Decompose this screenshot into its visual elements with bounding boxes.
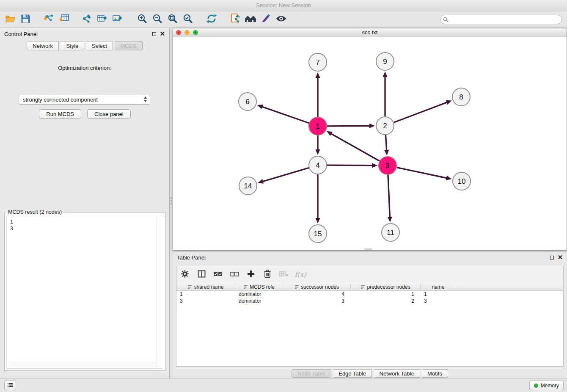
cell-name[interactable]: 1 (421, 291, 456, 298)
memory-button[interactable]: Memory (529, 381, 564, 390)
open-session-button[interactable] (3, 13, 18, 26)
close-window-button[interactable]: × (176, 30, 181, 35)
tab-motifs[interactable]: Motifs (422, 369, 448, 378)
minimize-window-button[interactable]: − (184, 30, 190, 35)
column-header-mcds-role[interactable]: MCDS role (235, 283, 283, 290)
float-panel-icon[interactable] (152, 32, 156, 36)
graph-edge-4-14[interactable] (262, 168, 309, 182)
mcds-result-text[interactable]: 1 3 (6, 216, 163, 369)
eye-icon (275, 15, 287, 24)
import-table-icon (59, 14, 70, 25)
paint-button[interactable] (258, 13, 273, 26)
result-vertical-scrollbar[interactable] (157, 217, 161, 367)
cell-predecessor-nodes[interactable]: 1 (351, 291, 421, 298)
tab-node-table[interactable]: Node Table (292, 369, 331, 378)
mcds-result-title: MCDS result (2 nodes) (6, 209, 63, 215)
column-label: successor nodes (301, 284, 339, 290)
optimization-criterion-dropdown[interactable]: strongly connected component (19, 95, 150, 105)
task-history-button[interactable] (4, 381, 16, 390)
refresh-arrows-icon (206, 13, 217, 26)
column-header-predecessor-nodes[interactable]: predecessor nodes (351, 283, 421, 290)
cell-successor-nodes[interactable]: 3 (283, 298, 351, 304)
network-window-titlebar[interactable]: × − + scc.txt (173, 28, 567, 37)
table-row[interactable]: 3 dominator 3 2 3 (176, 298, 563, 304)
export-image-button[interactable] (110, 13, 125, 26)
apply-layout-button[interactable] (204, 13, 219, 26)
import-table-button[interactable] (57, 13, 72, 26)
show-columns-button[interactable] (197, 270, 206, 279)
result-horizontal-scrollbar[interactable] (8, 362, 156, 367)
zoom-selected-button[interactable] (180, 13, 195, 26)
tab-style[interactable]: Style (61, 41, 84, 50)
eye-button[interactable] (273, 13, 289, 26)
cell-shared-name[interactable]: 1 (176, 291, 235, 298)
table-settings-button[interactable] (180, 270, 190, 279)
graph-node-label-4: 4 (316, 161, 319, 169)
close-panel-button[interactable]: Close panel (87, 109, 131, 119)
network-canvas[interactable]: 7968124314101511 (173, 37, 567, 250)
close-panel-icon[interactable]: ✕ (160, 32, 165, 36)
deselect-all-button[interactable] (230, 270, 239, 279)
export-image-icon (112, 14, 123, 25)
graph-edge-1-2[interactable] (327, 126, 370, 126)
graph-node-label-9: 9 (383, 58, 387, 66)
cell-mcds-role[interactable]: dominator (235, 291, 283, 298)
main-toolbar (0, 11, 567, 28)
import-network-button[interactable] (41, 13, 57, 26)
export-table-button[interactable] (95, 13, 110, 26)
column-header-successor-nodes[interactable]: successor nodes (283, 283, 351, 290)
delete-button[interactable] (263, 270, 272, 279)
graph-edge-2-3[interactable] (385, 135, 386, 151)
network-view-window: × − + scc.txt 7968124314101511 (173, 28, 567, 251)
graph-edge-2-8[interactable] (394, 102, 448, 122)
columns-icon (198, 270, 206, 279)
search-icon (443, 17, 449, 24)
zoom-out-button[interactable] (150, 13, 165, 26)
cell-name[interactable]: 3 (421, 298, 456, 304)
network-scroll-nub[interactable] (364, 248, 372, 250)
graph-edge-4-3[interactable] (327, 165, 373, 166)
cell-successor-nodes[interactable]: 4 (283, 291, 351, 298)
graph-edge-3-1[interactable] (330, 133, 379, 161)
network-window-title: scc.txt (362, 29, 378, 36)
zoom-window-button[interactable]: + (193, 30, 198, 35)
graph-edge-1-6[interactable] (261, 107, 309, 123)
memory-label: Memory (541, 383, 559, 389)
tab-select[interactable]: Select (86, 41, 113, 50)
tab-network-table[interactable]: Network Table (374, 369, 420, 378)
cell-mcds-role[interactable]: dominator (235, 298, 283, 304)
add-column-button[interactable] (246, 270, 256, 279)
tab-edge-table[interactable]: Edge Table (333, 369, 372, 378)
delete-table-button[interactable] (279, 270, 289, 279)
tab-mcds[interactable]: MCDS (115, 41, 142, 50)
tab-network[interactable]: Network (27, 41, 59, 50)
sort-icon (243, 285, 248, 289)
window-title: Session: New Session (256, 2, 311, 8)
run-mcds-button[interactable]: Run MCDS (39, 109, 81, 119)
function-builder-button[interactable]: f(x) (296, 270, 305, 279)
zoom-fit-button[interactable] (165, 13, 180, 26)
table-row[interactable]: 1 dominator 4 1 1 (176, 291, 563, 298)
graph-arrowhead-2-3 (384, 150, 389, 155)
save-session-button[interactable] (18, 13, 33, 26)
close-table-panel-icon[interactable]: ✕ (557, 255, 563, 259)
document-network-button[interactable] (228, 13, 243, 26)
open-folder-icon (5, 14, 16, 25)
float-table-panel-icon[interactable] (550, 256, 554, 259)
search-input[interactable] (440, 15, 562, 24)
graph-edge-3-10[interactable] (397, 168, 447, 178)
window-titlebar: Session: New Session (0, 0, 567, 11)
zoom-in-button[interactable] (135, 13, 150, 26)
import-network-icon (44, 14, 55, 25)
cell-shared-name[interactable]: 3 (176, 298, 235, 304)
vertical-splitter[interactable] (170, 28, 173, 378)
table-toolbar: f(x) (176, 266, 563, 283)
select-all-button[interactable] (213, 270, 223, 279)
sort-icon (295, 285, 299, 289)
cell-predecessor-nodes[interactable]: 2 (351, 298, 421, 304)
column-header-name[interactable]: name (421, 283, 456, 290)
graph-edge-3-11[interactable] (388, 175, 390, 218)
houses-button[interactable] (243, 13, 258, 26)
export-network-button[interactable] (80, 13, 95, 26)
column-header-shared-name[interactable]: shared name (176, 283, 235, 290)
